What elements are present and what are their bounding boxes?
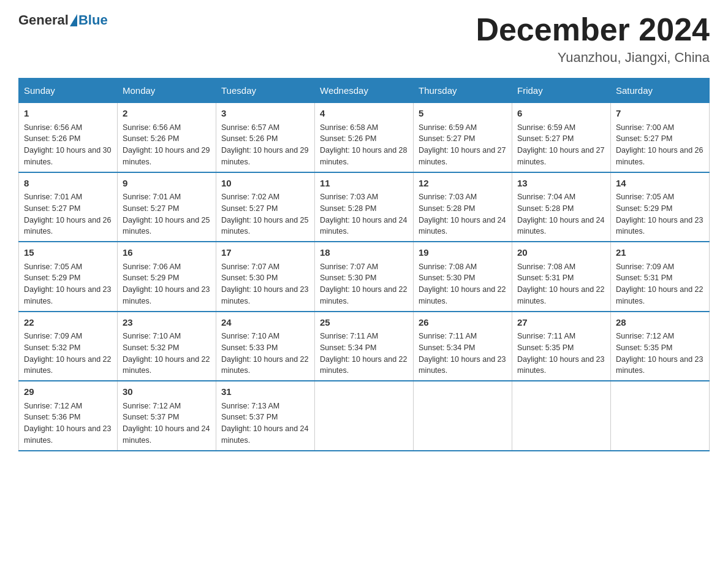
day-number: 25	[320, 316, 408, 330]
day-number: 9	[123, 177, 211, 191]
table-row: 9Sunrise: 7:01 AMSunset: 5:27 PMDaylight…	[118, 172, 216, 242]
location-text: Yuanzhou, Jiangxi, China	[476, 50, 710, 66]
day-number: 3	[221, 107, 309, 121]
col-wednesday: Wednesday	[315, 79, 414, 102]
table-row: 7Sunrise: 7:00 AMSunset: 5:27 PMDaylight…	[611, 102, 710, 172]
table-row: 23Sunrise: 7:10 AMSunset: 5:32 PMDayligh…	[118, 312, 216, 381]
day-number: 14	[616, 177, 704, 191]
day-number: 15	[24, 246, 112, 260]
table-row: 26Sunrise: 7:11 AMSunset: 5:34 PMDayligh…	[414, 312, 512, 381]
table-row	[611, 381, 710, 451]
day-number: 11	[320, 177, 408, 191]
table-row: 18Sunrise: 7:07 AMSunset: 5:30 PMDayligh…	[315, 242, 414, 312]
table-row	[512, 381, 611, 451]
day-number: 28	[616, 316, 704, 330]
day-number: 1	[24, 107, 112, 121]
table-row: 31Sunrise: 7:13 AMSunset: 5:37 PMDayligh…	[216, 381, 315, 451]
page-header: General Blue December 2024 Yuanzhou, Jia…	[18, 12, 710, 66]
col-friday: Friday	[512, 79, 611, 102]
day-number: 12	[419, 177, 507, 191]
day-number: 30	[123, 385, 211, 399]
day-number: 23	[123, 316, 211, 330]
table-row: 10Sunrise: 7:02 AMSunset: 5:27 PMDayligh…	[216, 172, 315, 242]
table-row: 17Sunrise: 7:07 AMSunset: 5:30 PMDayligh…	[216, 242, 315, 312]
day-number: 7	[616, 107, 704, 121]
table-row: 12Sunrise: 7:03 AMSunset: 5:28 PMDayligh…	[414, 172, 512, 242]
calendar-week-row: 15Sunrise: 7:05 AMSunset: 5:29 PMDayligh…	[19, 242, 710, 312]
table-row: 19Sunrise: 7:08 AMSunset: 5:30 PMDayligh…	[414, 242, 512, 312]
col-tuesday: Tuesday	[216, 79, 315, 102]
table-row: 21Sunrise: 7:09 AMSunset: 5:31 PMDayligh…	[611, 242, 710, 312]
table-row: 24Sunrise: 7:10 AMSunset: 5:33 PMDayligh…	[216, 312, 315, 381]
day-number: 17	[221, 246, 309, 260]
table-row: 14Sunrise: 7:05 AMSunset: 5:29 PMDayligh…	[611, 172, 710, 242]
day-number: 6	[517, 107, 605, 121]
day-number: 2	[123, 107, 211, 121]
table-row: 29Sunrise: 7:12 AMSunset: 5:36 PMDayligh…	[19, 381, 118, 451]
calendar-table: Sunday Monday Tuesday Wednesday Thursday…	[18, 78, 710, 451]
logo-blue-text: Blue	[78, 12, 108, 28]
calendar-week-row: 8Sunrise: 7:01 AMSunset: 5:27 PMDaylight…	[19, 172, 710, 242]
col-thursday: Thursday	[414, 79, 512, 102]
table-row: 20Sunrise: 7:08 AMSunset: 5:31 PMDayligh…	[512, 242, 611, 312]
day-number: 19	[419, 246, 507, 260]
day-number: 13	[517, 177, 605, 191]
col-sunday: Sunday	[19, 79, 118, 102]
title-block: December 2024 Yuanzhou, Jiangxi, China	[476, 12, 710, 66]
calendar-week-row: 29Sunrise: 7:12 AMSunset: 5:36 PMDayligh…	[19, 381, 710, 451]
table-row: 16Sunrise: 7:06 AMSunset: 5:29 PMDayligh…	[118, 242, 216, 312]
table-row: 15Sunrise: 7:05 AMSunset: 5:29 PMDayligh…	[19, 242, 118, 312]
calendar-week-row: 1Sunrise: 6:56 AMSunset: 5:26 PMDaylight…	[19, 102, 710, 172]
day-number: 31	[221, 385, 309, 399]
day-number: 29	[24, 385, 112, 399]
day-number: 21	[616, 246, 704, 260]
day-number: 5	[419, 107, 507, 121]
calendar-header-row: Sunday Monday Tuesday Wednesday Thursday…	[19, 79, 710, 102]
table-row: 11Sunrise: 7:03 AMSunset: 5:28 PMDayligh…	[315, 172, 414, 242]
table-row	[414, 381, 512, 451]
table-row: 4Sunrise: 6:58 AMSunset: 5:26 PMDaylight…	[315, 102, 414, 172]
month-title: December 2024	[476, 12, 710, 47]
day-number: 26	[419, 316, 507, 330]
table-row: 13Sunrise: 7:04 AMSunset: 5:28 PMDayligh…	[512, 172, 611, 242]
table-row: 2Sunrise: 6:56 AMSunset: 5:26 PMDaylight…	[118, 102, 216, 172]
day-number: 22	[24, 316, 112, 330]
table-row: 22Sunrise: 7:09 AMSunset: 5:32 PMDayligh…	[19, 312, 118, 381]
day-number: 8	[24, 177, 112, 191]
logo-general-text: General	[18, 12, 69, 28]
col-monday: Monday	[118, 79, 216, 102]
logo-triangle-icon	[70, 14, 77, 26]
day-number: 24	[221, 316, 309, 330]
table-row: 30Sunrise: 7:12 AMSunset: 5:37 PMDayligh…	[118, 381, 216, 451]
table-row: 8Sunrise: 7:01 AMSunset: 5:27 PMDaylight…	[19, 172, 118, 242]
table-row: 27Sunrise: 7:11 AMSunset: 5:35 PMDayligh…	[512, 312, 611, 381]
table-row: 6Sunrise: 6:59 AMSunset: 5:27 PMDaylight…	[512, 102, 611, 172]
day-number: 27	[517, 316, 605, 330]
logo: General Blue	[18, 12, 108, 28]
day-number: 4	[320, 107, 408, 121]
table-row	[315, 381, 414, 451]
table-row: 25Sunrise: 7:11 AMSunset: 5:34 PMDayligh…	[315, 312, 414, 381]
table-row: 5Sunrise: 6:59 AMSunset: 5:27 PMDaylight…	[414, 102, 512, 172]
calendar-week-row: 22Sunrise: 7:09 AMSunset: 5:32 PMDayligh…	[19, 312, 710, 381]
table-row: 28Sunrise: 7:12 AMSunset: 5:35 PMDayligh…	[611, 312, 710, 381]
day-number: 10	[221, 177, 309, 191]
col-saturday: Saturday	[611, 79, 710, 102]
table-row: 1Sunrise: 6:56 AMSunset: 5:26 PMDaylight…	[19, 102, 118, 172]
day-number: 16	[123, 246, 211, 260]
table-row: 3Sunrise: 6:57 AMSunset: 5:26 PMDaylight…	[216, 102, 315, 172]
day-number: 18	[320, 246, 408, 260]
day-number: 20	[517, 246, 605, 260]
